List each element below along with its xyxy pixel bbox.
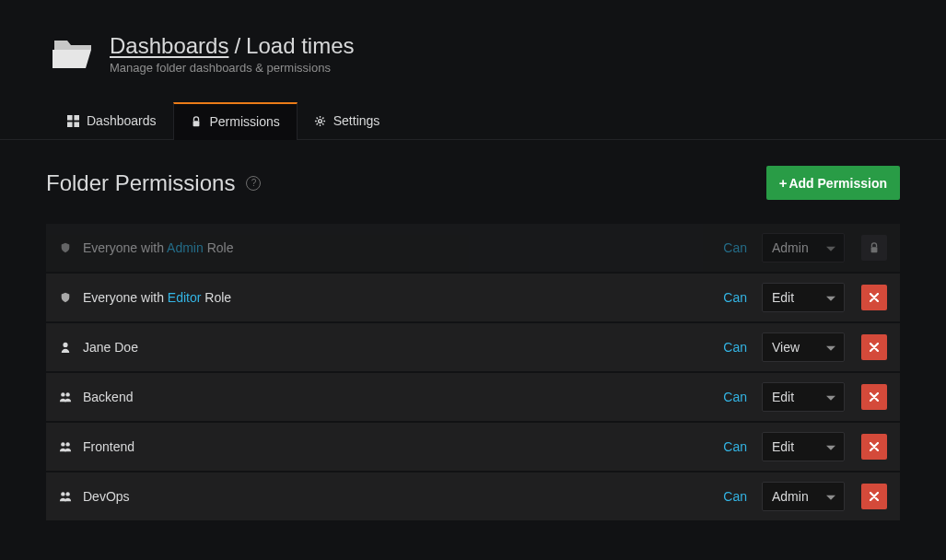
svg-rect-3 (74, 122, 79, 127)
user-icon (59, 341, 72, 354)
svg-rect-1 (74, 115, 79, 121)
breadcrumb-root-link[interactable]: Dashboards (110, 33, 228, 59)
can-label: Can (723, 240, 747, 255)
permission-target: Everyone with Admin Role (83, 240, 723, 255)
can-label: Can (723, 390, 747, 404)
lock-icon (191, 115, 203, 127)
folder-open-icon (51, 35, 95, 72)
svg-point-10 (61, 442, 64, 446)
permission-row: Jane DoeCanView (46, 323, 900, 371)
svg-rect-0 (67, 115, 73, 121)
section-title: Folder Permissions ? (46, 170, 261, 196)
gear-icon (314, 115, 326, 127)
page-subtitle: Manage folder dashboards & permissions (110, 61, 355, 75)
permission-level-select[interactable]: Edit (762, 382, 845, 412)
can-label: Can (723, 489, 747, 504)
permission-row: Everyone with Editor RoleCanEdit (46, 274, 900, 321)
shield-icon (59, 241, 72, 254)
tab-label: Dashboards (87, 113, 157, 128)
permission-row: FrontendCanEdit (46, 423, 900, 471)
permission-target: Backend (83, 390, 723, 404)
users-icon (59, 391, 72, 403)
delete-permission-button[interactable] (861, 484, 887, 509)
permission-level-select[interactable]: View (762, 332, 845, 362)
delete-permission-button[interactable] (861, 384, 887, 410)
can-label: Can (723, 290, 747, 305)
permission-target: Everyone with Editor Role (83, 290, 723, 305)
svg-rect-6 (871, 247, 878, 252)
tab-settings[interactable]: Settings (298, 102, 397, 139)
svg-point-12 (61, 492, 64, 496)
add-permission-button[interactable]: +Add Permission (766, 166, 900, 200)
can-label: Can (723, 340, 747, 355)
permission-target: Frontend (83, 439, 723, 454)
svg-point-5 (318, 119, 321, 122)
permission-level-select[interactable]: Admin (762, 482, 845, 511)
svg-point-7 (63, 343, 67, 347)
users-icon (59, 490, 72, 503)
breadcrumb-separator: / (234, 33, 240, 59)
permission-level-select[interactable]: Admin (762, 233, 845, 262)
svg-rect-2 (67, 122, 73, 127)
permission-row: BackendCanEdit (46, 373, 900, 421)
breadcrumb: Dashboards / Load times (110, 33, 355, 59)
tab-permissions[interactable]: Permissions (173, 102, 298, 140)
delete-permission-button[interactable] (861, 285, 887, 310)
delete-permission-button[interactable] (861, 434, 887, 460)
tab-label: Settings (333, 113, 380, 128)
locked-indicator (861, 235, 887, 261)
apps-icon (67, 115, 79, 127)
permission-row: Everyone with Admin RoleCanAdmin (46, 224, 900, 272)
delete-permission-button[interactable] (861, 334, 887, 360)
plus-icon: + (779, 175, 788, 191)
permission-target: DevOps (83, 489, 723, 504)
shield-icon (59, 291, 72, 304)
tab-dashboards[interactable]: Dashboards (51, 102, 173, 139)
users-icon (59, 440, 72, 453)
permission-level-select[interactable]: Edit (762, 283, 845, 312)
breadcrumb-current: Load times (246, 33, 354, 59)
can-label: Can (723, 439, 747, 454)
help-icon[interactable]: ? (246, 176, 261, 191)
svg-point-13 (65, 492, 69, 496)
tab-label: Permissions (210, 114, 280, 129)
svg-rect-4 (193, 121, 200, 126)
permission-row: DevOpsCanAdmin (46, 472, 900, 520)
permission-level-select[interactable]: Edit (762, 432, 845, 461)
svg-point-9 (65, 392, 69, 396)
permission-target: Jane Doe (83, 340, 723, 355)
svg-point-8 (61, 392, 64, 396)
svg-point-11 (65, 442, 69, 446)
